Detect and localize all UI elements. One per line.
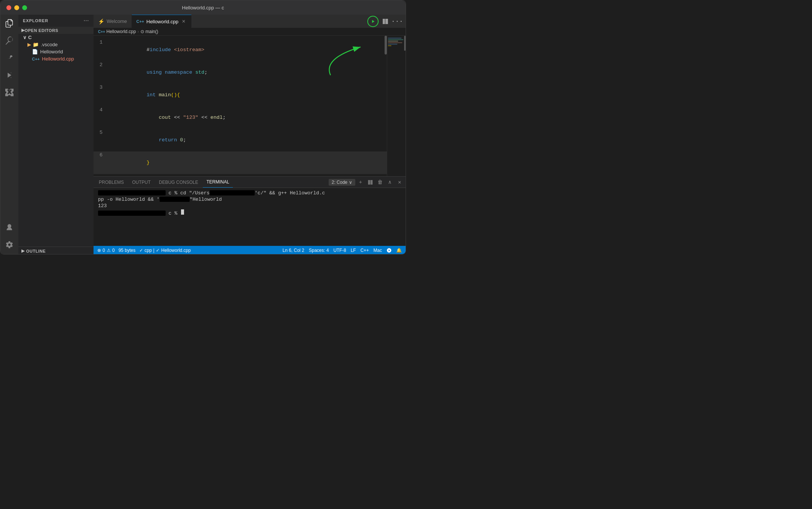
sidebar-item-explorer[interactable]: [4, 18, 15, 29]
tab-bar-right: ···: [367, 16, 406, 27]
status-eol[interactable]: LF: [351, 248, 356, 253]
sidebar: EXPLORER ··· ▶ OPEN EDITORS ∨ C ▶ 📁 .vsc…: [18, 15, 94, 254]
status-position[interactable]: Ln 6, Col 2: [282, 248, 304, 253]
maximize-button[interactable]: [22, 5, 27, 10]
code-line-2: 2 using namespace std;: [94, 61, 387, 84]
sidebar-more-button[interactable]: ···: [84, 18, 89, 24]
bell-icon: 🔔: [396, 248, 402, 253]
sidebar-item-settings[interactable]: [4, 239, 15, 250]
code-line-6: 6 }: [94, 151, 387, 174]
tab-bar: ⚡ Welcome C++ Helloworld.cpp ✕ ···: [94, 15, 406, 28]
split-editor-button[interactable]: [380, 16, 391, 27]
terminal-line-3: 123: [98, 203, 401, 209]
code-editor[interactable]: 1 #include <iostream> 2 using namespace …: [94, 36, 387, 176]
activity-bar: [0, 15, 18, 254]
status-right: Ln 6, Col 2 Spaces: 4 UTF-8 LF C++ Mac: [282, 248, 402, 253]
terminal-line-4: c %: [98, 209, 401, 216]
scrollbar-thumb[interactable]: [385, 36, 387, 55]
open-editors-chevron[interactable]: ▶: [21, 28, 25, 33]
code-line-5: 5 return 0;: [94, 129, 387, 151]
split-terminal-button[interactable]: [366, 178, 375, 187]
window-title: Helloworld.cpp — c: [182, 5, 224, 11]
error-icon: ⊗: [97, 248, 101, 253]
c-folder[interactable]: ∨ C: [18, 34, 94, 41]
traffic-lights: [6, 5, 27, 10]
status-bar: ⊗ 0 ⚠ 0 95 bytes ✓ cpp | ✓ Helloworld.cp…: [94, 246, 406, 254]
status-remote[interactable]: [386, 248, 392, 253]
output-tab[interactable]: OUTPUT: [128, 177, 154, 188]
outline-chevron[interactable]: ▶: [21, 248, 25, 253]
more-actions-button[interactable]: ···: [392, 16, 403, 27]
main-layout: EXPLORER ··· ▶ OPEN EDITORS ∨ C ▶ 📁 .vsc…: [0, 15, 406, 254]
titlebar: Helloworld.cpp — c: [0, 0, 406, 15]
terminal-line-2: pp -o Helloworld && ' "Helloworld: [98, 197, 401, 202]
new-terminal-button[interactable]: +: [356, 178, 365, 187]
status-size: 95 bytes: [118, 248, 135, 253]
terminal-content[interactable]: c % cd "/Users 'c/" && g++ Helloworld.c …: [94, 188, 406, 246]
activity-bar-bottom: [4, 222, 15, 254]
terminal-collapse-button[interactable]: ∧: [385, 178, 394, 187]
code-line-4: 4 cout << "123" << endl;: [94, 106, 387, 129]
terminal-cursor: [181, 209, 184, 215]
remote-icon: [386, 248, 392, 253]
sidebar-item-source-control[interactable]: [4, 52, 15, 64]
terminal-controls: 2: Code ∨ + 🗑 ∧ ✕: [329, 178, 404, 187]
sidebar-item-search[interactable]: [4, 35, 15, 46]
status-encoding[interactable]: UTF-8: [334, 248, 346, 253]
breadcrumb-symbol[interactable]: ⊙ main(): [140, 29, 158, 34]
outline-section[interactable]: ▶ OUTLINE: [18, 247, 94, 254]
code-line-3: 3 int main(){: [94, 84, 387, 106]
debug-console-tab[interactable]: DEBUG CONSOLE: [155, 177, 202, 188]
cpp-icon: C++: [136, 19, 144, 24]
helloworld-cpp-file[interactable]: C++ Helloworld.cpp: [18, 55, 94, 62]
welcome-icon: ⚡: [98, 18, 104, 24]
tab-close-button[interactable]: ✕: [181, 18, 187, 24]
check-icon: ✓: [139, 248, 143, 253]
open-editors-section: ▶ OPEN EDITORS: [18, 27, 94, 34]
sidebar-item-run[interactable]: [4, 70, 15, 81]
minimap: [387, 36, 406, 176]
terminal-tab-button[interactable]: TERMINAL: [203, 177, 233, 188]
sidebar-header: EXPLORER ···: [18, 15, 94, 27]
c-folder-chevron: ∨: [23, 35, 27, 40]
close-button[interactable]: [6, 5, 11, 10]
status-lint[interactable]: ✓ cpp | ✓ Helloworld.cpp: [139, 248, 191, 253]
terminal-panel: PROBLEMS OUTPUT DEBUG CONSOLE TERMINAL 2…: [94, 176, 406, 246]
terminal-dropdown[interactable]: 2: Code ∨: [329, 179, 355, 186]
status-errors[interactable]: ⊗ 0 ⚠ 0: [97, 248, 115, 253]
kill-terminal-button[interactable]: 🗑: [376, 178, 385, 187]
code-line-1: 1 #include <iostream>: [94, 39, 387, 61]
status-platform[interactable]: Mac: [373, 248, 382, 253]
minimize-button[interactable]: [14, 5, 19, 10]
problems-tab[interactable]: PROBLEMS: [95, 177, 128, 188]
status-notifications[interactable]: 🔔: [396, 248, 402, 253]
helloworld-file[interactable]: 📄 Helloworld: [18, 48, 94, 55]
terminal-close-button[interactable]: ✕: [395, 178, 404, 187]
code-editor-container: 1 #include <iostream> 2 using namespace …: [94, 36, 406, 176]
breadcrumb: C++ Helloworld.cpp › ⊙ main(): [94, 28, 406, 36]
warning-icon: ⚠: [107, 248, 111, 253]
check-icon-2: ✓: [156, 248, 160, 253]
vscode-folder[interactable]: ▶ 📁 .vscode: [18, 41, 94, 48]
terminal-line-1: c % cd "/Users 'c/" && g++ Helloworld.c: [98, 190, 401, 196]
status-language[interactable]: C++: [361, 248, 369, 253]
sidebar-item-extensions[interactable]: [4, 87, 15, 98]
chevron-down-icon: ∨: [349, 180, 352, 185]
sidebar-item-account[interactable]: [4, 222, 15, 233]
breadcrumb-file[interactable]: C++ Helloworld.cpp: [98, 29, 136, 34]
tab-welcome[interactable]: ⚡ Welcome: [94, 15, 132, 28]
status-left: ⊗ 0 ⚠ 0 95 bytes ✓ cpp | ✓ Helloworld.cp…: [97, 248, 191, 253]
editor-area: ⚡ Welcome C++ Helloworld.cpp ✕ ···: [94, 15, 406, 254]
status-spaces[interactable]: Spaces: 4: [309, 248, 329, 253]
terminal-tab-bar: PROBLEMS OUTPUT DEBUG CONSOLE TERMINAL 2…: [94, 177, 406, 188]
tab-helloworld-cpp[interactable]: C++ Helloworld.cpp ✕: [132, 15, 192, 28]
run-button[interactable]: [367, 16, 379, 27]
editor-scrollbar[interactable]: [385, 36, 387, 176]
minimap-scrollbar: [404, 36, 406, 51]
